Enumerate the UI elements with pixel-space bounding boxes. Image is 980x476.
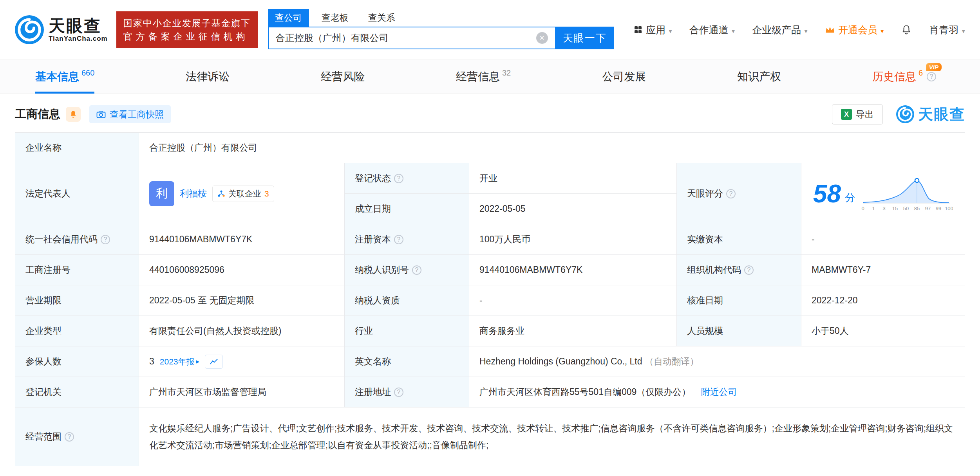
insured-trend-button[interactable] <box>205 355 223 369</box>
scope-label: 经营范围 <box>25 431 61 443</box>
org-chart-icon <box>217 190 225 198</box>
business-info-table-wrap: 企业名称 合正控股（广州）有限公司 法定代表人 利 利福桉 关联 <box>0 132 980 466</box>
tab-operation-count: 32 <box>502 69 511 78</box>
monitor-bell-button[interactable] <box>66 107 81 122</box>
taxpayer-no-value: 91440106MABMWT6Y7K <box>469 255 677 285</box>
help-icon[interactable] <box>726 189 736 198</box>
business-info-toolbar: 工商信息 查看工商快照 导出 天眼查 <box>0 94 980 132</box>
help-icon[interactable] <box>412 265 421 275</box>
score-cell: 58 分 0 1 3 15 50 <box>801 163 965 224</box>
tab-company-development[interactable]: 公司发展 <box>602 60 646 94</box>
nav-vip-label: 开通会员 <box>838 23 877 36</box>
help-icon[interactable] <box>101 235 110 244</box>
tab-operating-info[interactable]: 经营信息 32 <box>456 60 511 94</box>
english-name-value: Hezheng Holdings (Guangzhou) Co., Ltd <box>479 356 642 366</box>
top-header: 天眼查 TianYanCha.com 国家中小企业发展子基金旗下 官方备案企业征… <box>0 0 980 60</box>
search-tab-company[interactable]: 查公司 <box>268 9 309 27</box>
help-icon[interactable] <box>744 265 754 275</box>
tab-legal-proceedings[interactable]: 法律诉讼 <box>186 60 230 94</box>
vip-badge: VIP <box>926 63 942 71</box>
company-name-value: 合正控股（广州）有限公司 <box>139 133 965 163</box>
table-row: 营业期限 2022-05-05 至 无固定期限 纳税人资质 - 核准日期 202… <box>15 285 965 316</box>
chevron-down-icon <box>804 24 808 36</box>
credit-code-label-cell: 统一社会信用代码 <box>15 224 139 255</box>
crown-icon <box>825 25 835 34</box>
help-icon[interactable] <box>65 432 74 442</box>
view-business-snapshot-button[interactable]: 查看工商快照 <box>89 105 171 123</box>
org-code-label-cell: 组织机构代码 <box>677 255 801 285</box>
english-name-note: （自动翻译） <box>645 356 699 366</box>
svg-text:1: 1 <box>872 206 875 211</box>
camera-icon <box>96 110 106 118</box>
insured-cell: 3 2023年报 <box>139 346 345 377</box>
help-icon[interactable] <box>394 174 403 183</box>
taxpayer-quality-value: - <box>469 285 677 316</box>
line-chart-icon <box>210 358 218 365</box>
est-date-label: 成立日期 <box>345 194 469 224</box>
search-tab-boss[interactable]: 查老板 <box>315 9 356 27</box>
tab-basic-info[interactable]: 基本信息 660 <box>35 60 94 94</box>
score-value: 58 <box>813 181 841 206</box>
english-name-cell: Hezheng Holdings (Guangzhou) Co., Ltd （自… <box>469 346 965 377</box>
credit-code-value: 91440106MABMWT6Y7K <box>139 224 345 255</box>
svg-text:15: 15 <box>892 206 898 211</box>
approval-date-label: 核准日期 <box>677 285 801 316</box>
tab-development-label: 公司发展 <box>602 69 646 84</box>
business-info-table: 企业名称 合正控股（广州）有限公司 法定代表人 利 利福桉 关联 <box>15 132 965 466</box>
clear-search-icon[interactable] <box>536 32 548 44</box>
address-cell: 广州市天河区体育西路55号501自编009（仅限办公） 附近公司 <box>469 377 965 407</box>
reg-capital-label-cell: 注册资本 <box>345 224 469 255</box>
export-button-label: 导出 <box>856 108 874 121</box>
excel-icon <box>841 109 852 120</box>
gov-badge-line2: 官方备案企业征信机构 <box>123 30 251 43</box>
table-row: 登记机关 广州市天河区市场监督管理局 注册地址 广州市天河区体育西路55号501… <box>15 377 965 407</box>
section-title: 工商信息 <box>15 106 60 122</box>
reg-capital-label: 注册资本 <box>355 233 391 245</box>
chevron-down-icon <box>962 24 965 36</box>
term-value: 2022-05-05 至 无固定期限 <box>139 285 345 316</box>
related-companies-label: 关联企业 <box>228 188 261 199</box>
gov-badge-line1: 国家中小企业发展子基金旗下 <box>123 16 251 30</box>
reg-status-value: 开业 <box>469 163 677 194</box>
search-tab-relation[interactable]: 查关系 <box>361 9 402 27</box>
toolbar-right: 导出 天眼查 <box>832 104 965 124</box>
credit-code-label: 统一社会信用代码 <box>25 233 98 245</box>
legal-rep-link[interactable]: 利福桉 <box>180 188 207 200</box>
top-navigation: 应用 合作通道 企业级产品 开通会员 肖青羽 <box>633 23 965 36</box>
svg-text:100: 100 <box>945 206 953 211</box>
reg-no-value: 440106008925096 <box>139 255 345 285</box>
nearby-companies-link[interactable]: 附近公司 <box>701 387 737 397</box>
nav-open-vip[interactable]: 开通会员 <box>825 23 884 36</box>
tianyancha-logo[interactable]: 天眼查 TianYanCha.com <box>15 15 108 44</box>
search-input-value: 合正控股（广州）有限公司 <box>276 32 536 44</box>
tab-legal-label: 法律诉讼 <box>186 69 230 84</box>
tab-basic-info-count: 660 <box>81 69 94 78</box>
scope-value: 文化娱乐经纪人服务;广告设计、代理;文艺创作;技术服务、技术开发、技术咨询、技术… <box>139 407 965 466</box>
export-button[interactable]: 导出 <box>832 104 883 124</box>
nav-partner[interactable]: 合作通道 <box>689 23 735 36</box>
nav-enterprise-products[interactable]: 企业级产品 <box>752 23 808 36</box>
nav-apps[interactable]: 应用 <box>633 23 672 36</box>
taxpayer-quality-label: 纳税人资质 <box>345 285 469 316</box>
paid-capital-value: - <box>801 224 965 255</box>
annual-report-link[interactable]: 2023年报 <box>160 356 199 367</box>
search-button[interactable]: 天眼一下 <box>556 27 614 49</box>
search-input[interactable]: 合正控股（广州）有限公司 <box>268 27 556 49</box>
table-row: 参保人数 3 2023年报 英文名称 Hezheng Holdings (Gua… <box>15 346 965 377</box>
tab-intellectual-property[interactable]: 知识产权 <box>737 60 781 94</box>
tab-history-info[interactable]: VIP 历史信息 6 <box>872 60 936 94</box>
related-companies-tag[interactable]: 关联企业 3 <box>212 186 274 202</box>
help-icon[interactable] <box>394 388 403 397</box>
tab-history-count: 6 <box>919 69 923 78</box>
help-icon[interactable] <box>394 235 403 244</box>
related-companies-count: 3 <box>264 189 269 198</box>
help-icon[interactable] <box>927 72 936 81</box>
staff-size-value: 小于50人 <box>801 316 965 346</box>
tianyancha-logo-icon <box>15 15 44 44</box>
tab-operating-risk[interactable]: 经营风险 <box>321 60 365 94</box>
tab-basic-info-label: 基本信息 <box>35 69 79 84</box>
table-row: 企业名称 合正控股（广州）有限公司 <box>15 133 965 163</box>
nav-notifications[interactable] <box>901 24 912 35</box>
score-distribution-chart: 0 1 3 15 50 85 97 99 100 <box>859 175 953 213</box>
nav-user-account[interactable]: 肖青羽 <box>929 23 965 36</box>
